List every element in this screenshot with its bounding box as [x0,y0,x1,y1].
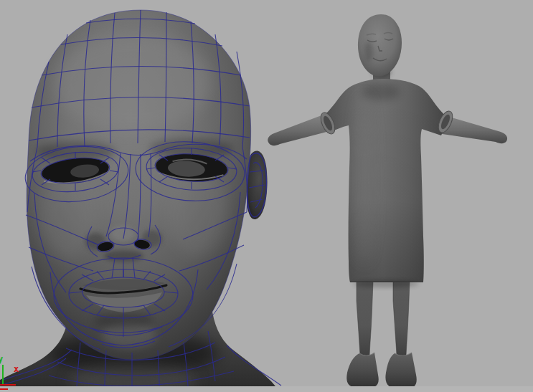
body-right-shoe [385,353,416,388]
axis-x-label: x [14,365,19,373]
body-right-leg [393,281,410,355]
viewport-canvas[interactable]: y x [0,0,533,392]
body-head [358,14,402,77]
hem-shadow [353,280,419,287]
x-axis-line [0,384,16,386]
face-side-shadow [364,42,373,62]
head-model[interactable] [0,10,281,392]
body-left-leg [357,281,373,355]
scene [0,0,533,392]
viewport-bottom-edge [0,386,533,392]
y-axis-line [2,365,4,384]
x-axis-tick [0,388,8,390]
axis-y-label: y [0,355,3,363]
body-model[interactable] [268,14,507,388]
body-left-shoe [346,353,378,387]
dress-shading [316,72,459,287]
